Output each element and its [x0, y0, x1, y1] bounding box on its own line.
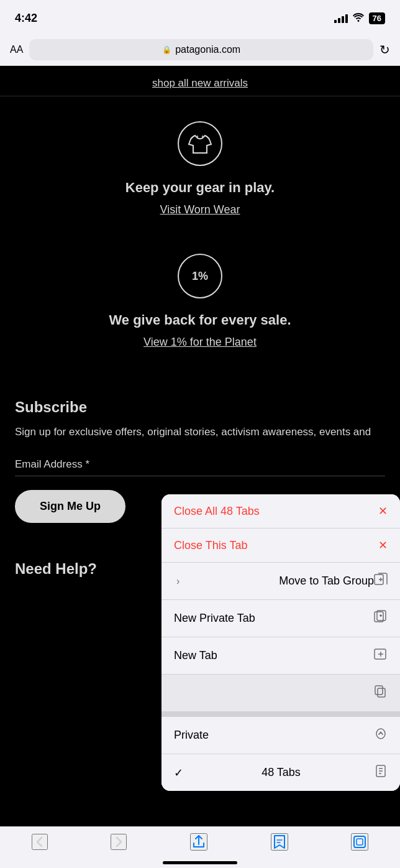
subscribe-heading: Subscribe — [15, 399, 385, 416]
wifi-icon — [353, 13, 364, 24]
copy-item[interactable] — [161, 675, 400, 712]
one-percent-icon: 1% — [178, 254, 222, 298]
one-percent-section: 1% We give back for every sale. View 1% … — [0, 235, 400, 374]
signal-icon — [334, 13, 348, 23]
tabs-48-label: 48 Tabs — [261, 766, 301, 779]
move-to-group-icon — [374, 573, 388, 589]
url-bar[interactable]: 🔒 patagonia.com — [29, 39, 373, 60]
new-private-tab-label: New Private Tab — [174, 612, 255, 625]
forward-button[interactable] — [111, 834, 127, 850]
close-this-icon: ✕ — [378, 538, 388, 552]
home-indicator — [163, 861, 237, 864]
close-all-icon: ✕ — [378, 504, 388, 518]
sign-up-button[interactable]: Sign Me Up — [15, 490, 125, 523]
close-all-tabs-label: Close All 48 Tabs — [174, 505, 260, 518]
aa-button[interactable]: AA — [10, 44, 23, 55]
top-link-text[interactable]: shop all new arrivals — [152, 77, 248, 89]
tabs-button[interactable] — [351, 833, 368, 851]
status-icons: 76 — [334, 12, 385, 24]
worn-wear-link[interactable]: Visit Worn Wear — [160, 203, 240, 216]
menu-divider — [161, 712, 400, 717]
move-to-tab-group-item[interactable]: › Move to Tab Group — [161, 563, 400, 600]
close-all-tabs-item[interactable]: Close All 48 Tabs ✕ — [161, 494, 400, 529]
url-text: patagonia.com — [175, 44, 240, 55]
one-percent-heading: We give back for every sale. — [12, 312, 388, 328]
close-this-tab-label: Close This Tab — [174, 539, 247, 552]
status-time: 4:42 — [15, 12, 37, 25]
context-menu: Close All 48 Tabs ✕ Close This Tab ✕ › M… — [161, 494, 400, 791]
new-tab-icon — [374, 647, 388, 664]
new-tab-label: New Tab — [174, 649, 217, 662]
move-chevron-icon: › — [176, 576, 180, 587]
email-label[interactable]: Email Address * — [15, 458, 385, 476]
battery-icon: 76 — [369, 12, 385, 24]
private-item[interactable]: Private — [161, 717, 400, 754]
private-label: Private — [174, 729, 209, 742]
svg-rect-4 — [378, 688, 385, 697]
worn-wear-icon — [178, 121, 222, 166]
bookmarks-button[interactable] — [271, 833, 288, 851]
move-to-tab-group-label: Move to Tab Group — [279, 575, 374, 588]
top-link-area: shop all new arrivals — [0, 66, 400, 96]
one-percent-link[interactable]: View 1% for the Planet — [143, 336, 257, 348]
status-bar: 4:42 76 — [0, 0, 400, 34]
back-button[interactable] — [32, 834, 48, 850]
new-tab-item[interactable]: New Tab — [161, 637, 400, 675]
check-icon: ✓ — [174, 766, 183, 780]
svg-rect-8 — [354, 836, 365, 847]
worn-wear-section: Keep your gear in play. Visit Worn Wear — [0, 96, 400, 235]
lock-icon: 🔒 — [162, 45, 171, 54]
tabs-48-icon — [374, 764, 388, 781]
private-icon — [374, 727, 388, 744]
subscribe-desc: Sign up for exclusive offers, original s… — [15, 425, 385, 440]
new-private-tab-item[interactable]: New Private Tab — [161, 600, 400, 637]
browser-bar: AA 🔒 patagonia.com ↻ — [0, 34, 400, 66]
close-this-tab-item[interactable]: Close This Tab ✕ — [161, 529, 400, 563]
share-button[interactable] — [190, 833, 207, 851]
reload-button[interactable]: ↻ — [380, 42, 390, 57]
new-private-tab-icon — [374, 610, 388, 627]
svg-rect-9 — [357, 839, 363, 845]
worn-wear-heading: Keep your gear in play. — [12, 180, 388, 196]
copy-icon — [374, 685, 388, 701]
tabs-48-item[interactable]: ✓ 48 Tabs — [161, 754, 400, 791]
svg-point-6 — [380, 732, 382, 734]
svg-rect-5 — [375, 686, 383, 695]
